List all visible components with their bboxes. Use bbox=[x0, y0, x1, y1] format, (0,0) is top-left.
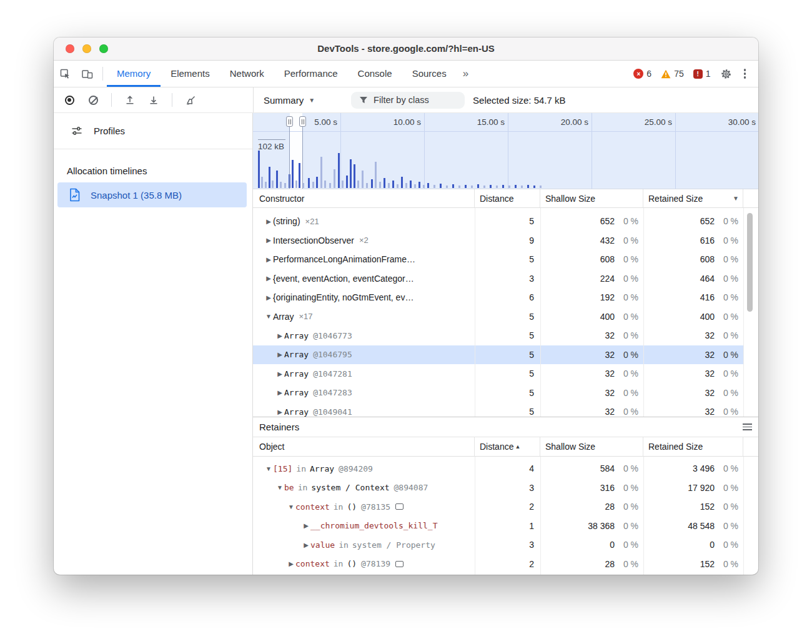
retained-size-value: 32 bbox=[643, 388, 715, 398]
disclosure-triangle-icon[interactable]: ▶ bbox=[275, 332, 284, 339]
kebab-menu-icon[interactable] bbox=[741, 66, 749, 81]
disclosure-triangle-icon[interactable]: ▶ bbox=[264, 237, 273, 244]
tab-memory[interactable]: Memory bbox=[107, 61, 161, 87]
constructor-rows: ▶(string)×21 5 6520 % 6520 % ▶Intersecti… bbox=[253, 208, 758, 417]
disclosure-triangle-icon[interactable]: ▶ bbox=[287, 560, 295, 567]
distance-value: 3 bbox=[475, 535, 540, 555]
disclosure-triangle-icon[interactable]: ▶ bbox=[275, 389, 284, 396]
column-header-shallow-size[interactable]: Shallow Size bbox=[540, 437, 643, 456]
column-header-distance[interactable]: Distance bbox=[475, 189, 540, 207]
constructor-row[interactable]: ▶PerformanceLongAnimationFrame… 5 6080 %… bbox=[253, 250, 743, 269]
constructor-row[interactable]: ▶(string)×21 5 6520 % 6520 % bbox=[253, 212, 743, 231]
disclosure-triangle-icon[interactable]: ▶ bbox=[302, 542, 310, 548]
disclosure-triangle-icon[interactable]: ▶ bbox=[275, 409, 284, 415]
filter-by-class-input[interactable]: Filter by class bbox=[351, 92, 465, 109]
column-header-object[interactable]: Object bbox=[253, 437, 475, 456]
tab-sources[interactable]: Sources bbox=[402, 61, 457, 87]
retained-size-value: 616 bbox=[643, 235, 715, 245]
constructor-name: PerformanceLongAnimationFrame… bbox=[273, 254, 415, 264]
constructor-row[interactable]: ▶{event, eventAction, eventCategor… 3 22… bbox=[253, 269, 743, 289]
disclosure-triangle-icon[interactable]: ▼ bbox=[264, 313, 273, 320]
column-header-retained-size[interactable]: Retained Size ▼ bbox=[643, 189, 743, 207]
object-id: @1047283 bbox=[313, 388, 352, 397]
disclosure-triangle-icon[interactable]: ▶ bbox=[275, 370, 284, 377]
constructor-row-selected[interactable]: ▶Array@1046795 5 320 % 320 % bbox=[253, 345, 743, 365]
retained-size-value: 32 bbox=[643, 350, 715, 360]
inspect-element-icon[interactable] bbox=[54, 61, 76, 87]
disclosure-triangle-icon[interactable]: ▶ bbox=[264, 294, 273, 301]
summary-dropdown[interactable]: Summary ▼ bbox=[264, 95, 315, 106]
retainer-row[interactable]: ▶valueinsystem / Property 3 00 % 00 % bbox=[253, 535, 743, 555]
save-profile-icon[interactable] bbox=[144, 91, 163, 109]
tab-console[interactable]: Console bbox=[348, 61, 402, 87]
constructor-row[interactable]: ▼Array×17 5 4000 % 4000 % bbox=[253, 307, 743, 327]
retainer-row[interactable]: ▼[15]inArray@894209 4 5840 % 3 4960 % bbox=[253, 459, 743, 478]
source-location-icon[interactable] bbox=[395, 503, 404, 510]
max-size-marker bbox=[258, 139, 285, 140]
retainer-row[interactable]: ▶__chromium_devtools_kill_T 1 38 3680 % … bbox=[253, 517, 743, 536]
record-heap-button[interactable] bbox=[60, 91, 79, 109]
header-gutter bbox=[743, 189, 758, 207]
column-header-shallow-size[interactable]: Shallow Size bbox=[540, 189, 643, 207]
allocation-timeline-overview[interactable]: 5.00 s 10.00 s 15.00 s 20.00 s 25.00 s 3… bbox=[253, 113, 758, 189]
allocation-bar bbox=[366, 183, 368, 188]
clear-profiles-button[interactable] bbox=[84, 91, 102, 109]
disclosure-triangle-icon[interactable]: ▼ bbox=[264, 465, 273, 472]
retained-size-percent: 0 % bbox=[715, 254, 743, 264]
sidebar-item-snapshot-1[interactable]: Snapshot 1 (35.8 MB) bbox=[57, 182, 247, 207]
load-profile-icon[interactable] bbox=[121, 91, 139, 109]
retainer-row[interactable]: ▼contextin()@78135 2 280 % 1520 % bbox=[253, 497, 743, 517]
disclosure-triangle-icon[interactable]: ▶ bbox=[264, 218, 273, 225]
object-id: @78135 bbox=[361, 502, 390, 512]
retainer-row[interactable]: ▼beinsystem / Context@894087 3 3160 % 17… bbox=[253, 478, 743, 498]
header-gutter bbox=[743, 437, 758, 456]
column-header-retained-size[interactable]: Retained Size bbox=[643, 437, 743, 456]
allocation-bar bbox=[384, 178, 385, 188]
disclosure-triangle-icon[interactable]: ▶ bbox=[264, 256, 273, 263]
retained-size-percent: 0 % bbox=[715, 540, 743, 550]
retainer-row[interactable]: ▶contextin()@78139 2 280 % 1520 % bbox=[253, 555, 743, 574]
disclosure-triangle-icon[interactable]: ▼ bbox=[287, 503, 295, 510]
shallow-size-value: 32 bbox=[540, 350, 615, 360]
column-header-distance[interactable]: Distance ▲ bbox=[475, 437, 540, 456]
disclosure-triangle-icon[interactable]: ▶ bbox=[275, 351, 284, 358]
selection-handle-right[interactable] bbox=[299, 116, 306, 127]
constructor-row[interactable]: ▶Array@1047281 5 320 % 320 % bbox=[253, 364, 743, 384]
summary-dropdown-label: Summary bbox=[264, 95, 304, 106]
constructor-row[interactable]: ▶IntersectionObserver×2 9 4320 % 6160 % bbox=[253, 231, 743, 250]
close-window-button[interactable] bbox=[66, 44, 74, 53]
clear-all-brush-icon[interactable] bbox=[181, 91, 200, 109]
constructor-row[interactable]: ▶Array@1046773 5 320 % 320 % bbox=[253, 326, 743, 345]
selection-handle-left[interactable] bbox=[286, 116, 293, 127]
zoom-window-button[interactable] bbox=[99, 44, 108, 53]
allocation-bar bbox=[446, 186, 448, 188]
in-keyword: in bbox=[339, 540, 349, 550]
issues-badge[interactable]: ! 1 bbox=[693, 69, 711, 79]
disclosure-triangle-icon[interactable]: ▼ bbox=[275, 484, 284, 491]
tab-network[interactable]: Network bbox=[220, 61, 274, 87]
column-header-constructor[interactable]: Constructor bbox=[253, 189, 475, 207]
object-id: @894209 bbox=[339, 464, 373, 473]
constructor-row[interactable]: ▶{originatingEntity, noGtmEvent, ev… 6 1… bbox=[253, 288, 743, 307]
retained-size-value: 416 bbox=[643, 292, 715, 302]
settings-gear-icon[interactable] bbox=[720, 68, 732, 80]
vertical-scrollbar-thumb[interactable] bbox=[747, 213, 753, 312]
allocation-bar bbox=[312, 182, 314, 188]
warning-badge[interactable]: 75 bbox=[661, 69, 684, 79]
device-toolbar-icon[interactable] bbox=[76, 61, 99, 87]
distance-value: 6 bbox=[475, 288, 540, 307]
more-tabs-button[interactable]: » bbox=[457, 61, 475, 87]
shallow-size-value: 0 bbox=[540, 540, 615, 550]
retainer-object-name: system / Property bbox=[352, 540, 435, 550]
disclosure-triangle-icon[interactable]: ▶ bbox=[302, 522, 310, 529]
error-badge[interactable]: × 6 bbox=[633, 69, 651, 79]
tab-elements[interactable]: Elements bbox=[161, 61, 220, 87]
minimize-window-button[interactable] bbox=[82, 44, 91, 53]
retained-property-name: context bbox=[295, 559, 330, 568]
constructor-row[interactable]: ▶Array@1047283 5 320 % 320 % bbox=[253, 384, 743, 403]
constructor-row[interactable]: ▶Array@1049041 5 320 % 320 % bbox=[253, 402, 743, 417]
hamburger-menu-icon[interactable] bbox=[743, 424, 752, 430]
tab-performance[interactable]: Performance bbox=[274, 61, 348, 87]
source-location-icon[interactable] bbox=[395, 561, 404, 567]
disclosure-triangle-icon[interactable]: ▶ bbox=[264, 275, 273, 282]
